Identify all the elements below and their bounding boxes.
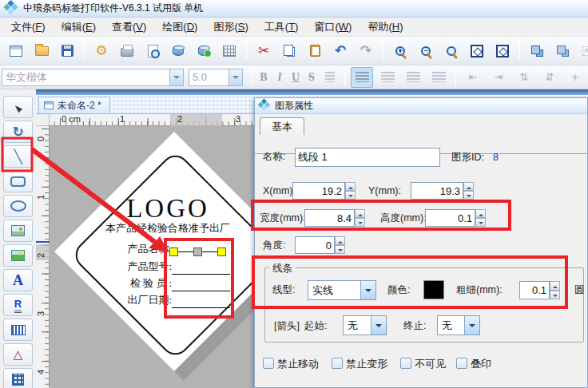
tool-line[interactable]: ╲	[3, 145, 33, 168]
tool-ellipse[interactable]	[3, 195, 33, 217]
chevron-down-icon[interactable]	[228, 69, 242, 85]
x-input[interactable]	[292, 182, 345, 200]
y-input[interactable]	[411, 182, 463, 200]
new-document-button[interactable]	[5, 41, 27, 61]
angle-spinner[interactable]	[335, 236, 345, 254]
ungroup-button[interactable]	[551, 41, 574, 61]
align-center-button[interactable]	[376, 67, 399, 88]
menu-shape[interactable]: 图形(S)	[205, 18, 256, 37]
arrow-end-dropdown[interactable]: 无	[437, 315, 480, 335]
italic-button[interactable]: I	[272, 71, 288, 84]
arrow-start-dropdown[interactable]: 无	[343, 315, 387, 335]
save-button[interactable]	[56, 41, 78, 61]
move-handle-middle[interactable]	[193, 247, 202, 256]
distribute-left-button[interactable]: ⇤	[462, 67, 484, 88]
grid-toggle-button[interactable]	[218, 41, 240, 61]
triangle-shape-icon: △	[14, 349, 23, 361]
paste-button[interactable]	[304, 41, 326, 61]
y-label: Y(mm):	[368, 182, 401, 200]
distribute-right-button[interactable]: ⇥	[487, 67, 510, 88]
weight-spinner[interactable]	[550, 281, 560, 299]
name-input[interactable]	[295, 148, 440, 167]
align-right-button[interactable]	[402, 67, 424, 88]
height-spinner[interactable]	[475, 209, 486, 227]
distribute-center-button[interactable]: +	[564, 67, 586, 88]
tool-rotate[interactable]: ↻	[3, 121, 33, 143]
weight-input[interactable]	[519, 281, 550, 299]
zoom-in-button[interactable]	[389, 41, 411, 61]
text-icon: A	[13, 272, 23, 289]
distribute-bottom-button[interactable]: ⇵	[538, 67, 561, 88]
line-type-dropdown[interactable]: 实线	[308, 280, 376, 300]
angle-input[interactable]	[295, 236, 335, 254]
resize-handle-end[interactable]	[217, 247, 226, 256]
bold-button[interactable]: B	[256, 71, 272, 84]
distribute-right-icon: ⇥	[495, 72, 503, 82]
tool-barcode[interactable]	[3, 319, 33, 341]
checkbox-invisible[interactable]	[400, 358, 411, 369]
copy-button[interactable]	[278, 41, 300, 61]
undo-button[interactable]: ↶	[329, 41, 352, 61]
x-spinner[interactable]	[345, 182, 356, 200]
tool-select[interactable]: ◄	[3, 96, 33, 118]
zoom-button[interactable]	[440, 41, 463, 61]
underline-button[interactable]: U	[288, 71, 304, 84]
settings-button[interactable]: ⚙	[90, 41, 113, 61]
font-size-combo[interactable]: 5.0	[189, 69, 243, 86]
menu-help[interactable]: 帮助(H)	[360, 18, 411, 37]
chevron-down-icon[interactable]	[464, 316, 479, 335]
tool-picture[interactable]	[3, 244, 33, 267]
database-connect-button[interactable]	[193, 41, 215, 61]
database-button[interactable]	[167, 41, 189, 61]
align-left-button[interactable]	[351, 67, 373, 88]
resize-handle-start[interactable]	[169, 247, 178, 256]
design-canvas[interactable]: LOGO 本产品经检验合格准予出厂 产品名称: 产品型号: 检 验 员 : 出厂…	[50, 126, 254, 388]
width-input[interactable]	[304, 209, 355, 227]
chevron-down-icon[interactable]	[371, 316, 386, 335]
tab-basic[interactable]: 基本	[260, 117, 304, 135]
checkbox-lock-move[interactable]	[263, 358, 274, 369]
chevron-down-icon[interactable]	[169, 69, 183, 85]
cut-button[interactable]: ✂	[252, 41, 275, 61]
menu-draw[interactable]: 绘图(D)	[154, 18, 205, 37]
distribute-top-icon: ⇅	[520, 72, 529, 82]
strikethrough-button[interactable]: S	[304, 71, 320, 84]
fit-window-button[interactable]	[491, 41, 514, 61]
vruler-label-2: 2	[36, 250, 46, 258]
chevron-down-icon[interactable]	[360, 281, 375, 299]
checkbox-overprint[interactable]	[456, 358, 467, 369]
zoom-out-button[interactable]	[415, 41, 437, 61]
group-button[interactable]	[526, 41, 548, 61]
tool-image[interactable]	[3, 220, 33, 242]
print-preview-button[interactable]	[141, 41, 164, 61]
tool-shape[interactable]: △	[3, 343, 33, 366]
font-family-combo[interactable]: 华文楷体	[2, 69, 184, 86]
redo-button[interactable]: ↷	[355, 41, 377, 61]
text-direction-button[interactable]	[321, 67, 339, 88]
height-input[interactable]	[425, 209, 475, 227]
fit-selection-button[interactable]	[466, 41, 488, 61]
menu-file[interactable]: 文件(F)	[3, 18, 54, 37]
align-justify-button[interactable]	[427, 67, 450, 88]
open-button[interactable]	[30, 41, 53, 61]
menu-view[interactable]: 查看(V)	[104, 18, 154, 37]
document-tab[interactable]: 未命名-2 *	[38, 97, 110, 113]
y-spinner[interactable]	[463, 182, 474, 200]
menu-edit[interactable]: 编辑(E)	[54, 18, 104, 37]
tool-rounded-rect[interactable]	[3, 170, 33, 192]
select-frame-button[interactable]	[577, 41, 588, 61]
distribute-center-icon: +	[571, 72, 580, 82]
color-swatch[interactable]	[423, 280, 444, 299]
distribute-top-button[interactable]: ⇅	[513, 67, 535, 88]
tool-rich-text[interactable]: R	[3, 294, 33, 316]
menu-tools[interactable]: 工具(T)	[256, 18, 307, 37]
menu-window[interactable]: 窗口(W)	[306, 18, 360, 37]
checkbox-lock-resize[interactable]	[332, 358, 343, 369]
tool-text[interactable]: A	[3, 269, 33, 291]
checkbox-lock-move-label: 禁止移动	[277, 358, 319, 370]
width-spinner[interactable]	[355, 209, 365, 227]
print-button[interactable]	[116, 41, 138, 61]
main-toolbar: ⚙ ✂ ↶ ↷	[0, 37, 588, 65]
new-document-icon	[10, 46, 22, 57]
tool-qrcode[interactable]	[3, 368, 33, 388]
